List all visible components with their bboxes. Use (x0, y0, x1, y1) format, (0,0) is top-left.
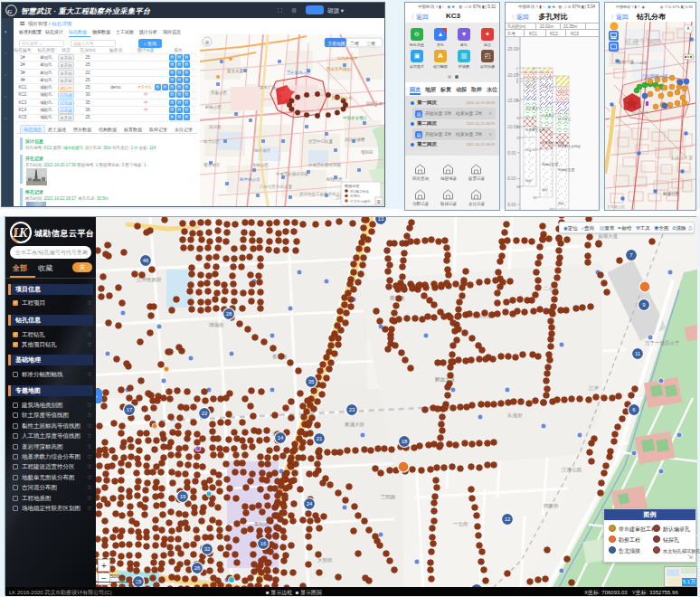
svg-text:第1施工标段: 第1施工标段 (350, 189, 369, 194)
svg-text:0: 0 (549, 75, 551, 79)
svg-text:一元街: 一元街 (453, 521, 468, 527)
svg-text:24: 24 (307, 501, 313, 507)
svg-text:2: 2 (533, 71, 534, 75)
svg-text:粉质黏土: 粉质黏土 (525, 106, 539, 110)
svg-text:5: 5 (549, 101, 551, 105)
svg-text:18: 18 (516, 185, 520, 189)
svg-text:同生正大: 同生正大 (366, 100, 383, 106)
svg-text:10: 10 (549, 133, 553, 137)
svg-text:18: 18 (402, 439, 408, 444)
svg-text:5: 5 (533, 78, 534, 81)
svg-text:文化政士区: 文化政士区 (607, 204, 625, 209)
svg-text:二维: 二维 (350, 41, 359, 46)
svg-text:2: 2 (516, 71, 518, 75)
svg-text:粉质黏土: 粉质黏土 (542, 113, 555, 118)
svg-text:G: G (7, 8, 12, 15)
svg-text:12: 12 (505, 516, 511, 522)
svg-text:16: 16 (260, 541, 267, 546)
svg-text:11: 11 (635, 351, 641, 356)
svg-text:武汉医: 武汉医 (209, 124, 222, 129)
svg-text:K: K (18, 226, 29, 240)
svg-text:监测孔: 监测孔 (350, 194, 361, 198)
svg-text:6: 6 (516, 81, 518, 84)
svg-text:粉质黏土夹粉砂: 粉质黏土夹粉砂 (558, 144, 582, 148)
svg-text:⊕: ⊕ (205, 40, 210, 45)
svg-text:16: 16 (533, 196, 536, 200)
svg-text:一元路: 一元路 (636, 61, 647, 65)
svg-text:21: 21 (317, 436, 323, 441)
svg-text:桔子酒店: 桔子酒店 (254, 148, 271, 153)
svg-text:32: 32 (204, 546, 211, 552)
svg-text:球场街: 球场街 (209, 322, 224, 328)
svg-text:14: 14 (278, 435, 284, 441)
svg-text:11: 11 (516, 117, 520, 120)
svg-text:26: 26 (194, 565, 201, 571)
svg-text:万松园路小区: 万松园路小区 (287, 70, 312, 75)
svg-text:西班牙风情街: 西班牙风情街 (326, 66, 352, 72)
svg-text:三维: 三维 (366, 41, 375, 46)
svg-text:邮电小区: 邮电小区 (205, 104, 222, 109)
svg-text:粉细砂互层: 粉细砂互层 (542, 162, 558, 166)
svg-text:杂填土: 杂填土 (558, 90, 568, 94)
svg-text:-5.00: -5.00 (506, 203, 516, 207)
svg-text:28: 28 (226, 311, 232, 317)
svg-text:19: 19 (180, 494, 186, 499)
svg-text:粉细砂互层: 粉细砂互层 (558, 167, 574, 172)
svg-text:16: 16 (549, 208, 553, 211)
svg-text:水文孔试验孔: 水文孔试验孔 (349, 199, 371, 204)
svg-text:阿宝生煎包: 阿宝生煎包 (332, 96, 353, 100)
svg-text:江滩公园: 江滩公园 (562, 467, 582, 473)
svg-text:⊞: ⊞ (377, 199, 381, 204)
svg-text:银守酒店: 银守酒店 (203, 162, 221, 167)
svg-text:万松园路小区: 万松园路小区 (641, 73, 668, 80)
svg-text:三阳路: 三阳路 (381, 494, 396, 500)
svg-text:杂填土: 杂填土 (525, 85, 535, 89)
svg-text:中奇万松园式花园: 中奇万松园式花园 (276, 172, 308, 176)
svg-text:细砂: 细砂 (525, 179, 533, 183)
svg-text:淤泥质土: 淤泥质土 (558, 117, 572, 121)
svg-text:航翔社区: 航翔社区 (326, 176, 344, 182)
svg-text:14: 14 (549, 145, 553, 148)
svg-text:江岸: 江岸 (589, 385, 600, 392)
svg-text:大智街: 大智街 (317, 557, 333, 564)
svg-text:航侧社区: 航侧社区 (663, 191, 680, 197)
svg-text:全洲沙大厦: 全洲沙大厦 (670, 155, 693, 161)
svg-text:武汉市楼圈: 武汉市楼圈 (345, 137, 365, 142)
svg-text:-0.00: -0.00 (506, 176, 516, 181)
svg-text:万于一现乐小于: 万于一现乐小于 (645, 340, 680, 346)
svg-text:细砂: 细砂 (558, 202, 565, 205)
svg-text:35: 35 (308, 379, 315, 384)
svg-text:后湖大道: 后湖大道 (598, 233, 619, 240)
svg-text:四唯街: 四唯街 (544, 503, 559, 509)
svg-text:银和苑: 银和苑 (361, 149, 374, 155)
svg-text:粉砂: 粉砂 (525, 147, 533, 152)
svg-text:粉质黏土夹粉土: 粉质黏土夹粉土 (525, 128, 549, 132)
svg-text:13: 13 (378, 217, 384, 222)
svg-text:0: 0 (516, 67, 518, 71)
svg-text:中奇万松园式花园: 中奇万松园式花园 (308, 163, 341, 167)
svg-text:46: 46 (143, 258, 149, 263)
svg-text:13: 13 (516, 126, 520, 129)
svg-text:13: 13 (533, 148, 536, 152)
svg-text:荣泰小区: 荣泰小区 (211, 90, 228, 95)
svg-text:杂填土: 杂填土 (542, 85, 552, 89)
svg-text:世贸中心大厦: 世贸中心大厦 (308, 138, 334, 145)
svg-text:白鸟的烧烤: 白鸟的烧烤 (337, 55, 358, 61)
svg-text:卫星地图: 卫星地图 (327, 41, 345, 47)
svg-text:22: 22 (202, 411, 208, 416)
svg-text:日出时光: 日出时光 (632, 110, 649, 115)
svg-text:中国农业银行: 中国农业银行 (343, 115, 368, 120)
svg-text:细砂: 细砂 (542, 188, 549, 192)
svg-text:15: 15 (516, 137, 520, 140)
svg-text:黄浦大街: 黄浦大街 (345, 422, 365, 428)
svg-text:电力小区: 电力小区 (203, 138, 221, 144)
svg-text:-25.00: -25.00 (506, 47, 518, 52)
svg-text:航空路小学: 航空路小学 (240, 177, 260, 182)
svg-text:17: 17 (127, 407, 133, 412)
svg-text:八年社区华机大厦: 八年社区华机大厦 (260, 184, 293, 190)
svg-text:-5.00: -5.00 (506, 151, 516, 156)
svg-text:0: 0 (533, 67, 534, 71)
svg-text:头道街: 头道街 (507, 412, 523, 419)
svg-text:23: 23 (349, 407, 355, 412)
svg-text:华键小区: 华键小区 (252, 162, 270, 167)
